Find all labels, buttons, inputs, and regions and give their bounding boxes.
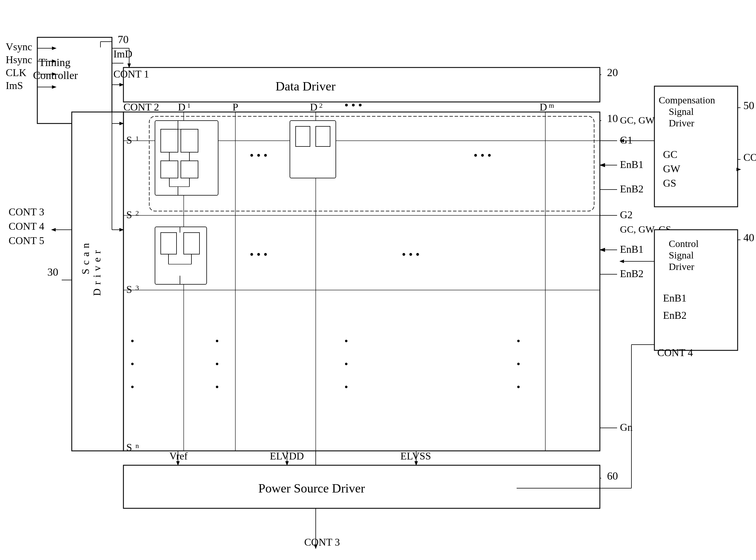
- data-driver-label: Data Driver: [275, 79, 336, 93]
- cont1-label: CONT 1: [113, 68, 149, 80]
- dots-col9: •: [517, 381, 520, 393]
- vref-label: Vref: [169, 450, 188, 462]
- ref-70: 70: [118, 33, 129, 45]
- cont5-comp: CONT 5: [743, 152, 756, 163]
- s2-subscript: 2: [135, 209, 139, 217]
- ctrl-label1: Control: [669, 238, 699, 249]
- cont4-label: CONT 4: [8, 221, 44, 232]
- enb2-r2-label: EnB2: [620, 268, 644, 279]
- g1-label: G1: [620, 134, 633, 146]
- dots-col1: •: [215, 336, 219, 347]
- svg-rect-36: [316, 126, 330, 146]
- cont3-bottom: CONT 3: [304, 537, 340, 548]
- elvss-label: ELVSS: [400, 450, 431, 462]
- dots-rows3: •: [131, 381, 134, 393]
- cont5-label: CONT 5: [8, 235, 44, 246]
- dots-col2: •: [215, 358, 219, 370]
- dots-col4: •: [344, 336, 348, 347]
- gn-label: Gn: [620, 422, 633, 433]
- scan-driver-text: S c a n: [80, 243, 91, 275]
- dots-col3: •: [215, 381, 219, 393]
- cont3-label: CONT 3: [8, 206, 44, 218]
- power-source-label: Power Source Driver: [258, 481, 365, 495]
- enb1-r2-label: EnB1: [620, 243, 644, 255]
- elvdd-label: ELVDD: [270, 450, 304, 462]
- enb2-r1-label: EnB2: [620, 183, 644, 195]
- dots-r2-mid: • • •: [250, 248, 268, 261]
- p-label: P: [232, 101, 238, 113]
- enb2-inside: EnB2: [663, 309, 687, 321]
- timing-controller-label2: Controller: [33, 69, 78, 81]
- d1-label: D: [178, 101, 185, 113]
- cont4-bottom: CONT 4: [657, 347, 693, 358]
- g2-label: G2: [620, 209, 633, 221]
- enb1-inside: EnB1: [663, 292, 687, 304]
- dots-r1: • • •: [250, 149, 268, 162]
- svg-rect-26: [181, 161, 198, 178]
- comp-label3: Driver: [669, 118, 694, 128]
- svg-rect-35: [296, 126, 310, 146]
- dots-col5: •: [344, 358, 348, 370]
- dots-rows: •: [131, 336, 134, 347]
- s2-label: S: [126, 209, 132, 221]
- d2-subscript: 2: [319, 102, 322, 109]
- ctrl-label3: Driver: [669, 261, 694, 272]
- hsync-label: Hsync: [6, 54, 32, 65]
- dm-label: D: [540, 101, 547, 113]
- vsync-label: Vsync: [6, 41, 32, 53]
- enb1-r1-label: EnB1: [620, 159, 644, 170]
- clk-label: CLK: [6, 67, 26, 78]
- gw-inside: GW: [663, 163, 680, 175]
- dots-col7: •: [517, 336, 520, 347]
- dots-r2-right: • • •: [402, 248, 420, 261]
- ref-20: 20: [607, 66, 618, 78]
- svg-rect-38: [184, 233, 200, 254]
- sn-label: S: [126, 442, 132, 453]
- diagram-container: Timing Controller 70 Vsync Hsync CLK ImS…: [0, 0, 756, 560]
- ref-30: 30: [47, 266, 58, 278]
- s1-label: S: [126, 134, 132, 146]
- ref-60: 60: [607, 470, 618, 482]
- s3-label: S: [126, 284, 132, 295]
- d2-label: D: [310, 101, 317, 113]
- ref-50: 50: [743, 99, 754, 112]
- dots-r1-right: • • •: [474, 149, 491, 162]
- d1-subscript: 1: [187, 102, 191, 109]
- svg-rect-24: [181, 129, 198, 152]
- dots-col: • • •: [344, 99, 362, 112]
- comp-label2: Signal: [669, 106, 694, 117]
- sn-subscript: n: [135, 442, 139, 449]
- cont2-label: CONT 2: [123, 101, 159, 113]
- gs-inside: GS: [663, 178, 676, 189]
- ctrl-label2: Signal: [669, 250, 694, 260]
- svg-rect-23: [161, 129, 178, 152]
- s1-subscript: 1: [135, 135, 139, 142]
- imd-label: ImD: [113, 48, 132, 60]
- scan-driver-text2: D r i v e r: [91, 250, 103, 296]
- dots-col8: •: [517, 358, 520, 370]
- gc-inside: GC: [663, 149, 677, 160]
- ref-40: 40: [743, 232, 754, 243]
- dm-subscript: m: [549, 102, 554, 109]
- data-driver-box: [123, 67, 600, 102]
- svg-rect-37: [161, 233, 176, 254]
- dots-col6: •: [344, 381, 348, 393]
- svg-rect-25: [161, 161, 178, 178]
- ims-label: ImS: [6, 80, 23, 91]
- ref-10: 10: [607, 112, 618, 124]
- s3-subscript: 3: [135, 284, 139, 292]
- comp-label1: Compensation: [659, 95, 715, 105]
- timing-controller-label: Timing: [39, 56, 70, 68]
- dots-rows2: •: [131, 358, 134, 370]
